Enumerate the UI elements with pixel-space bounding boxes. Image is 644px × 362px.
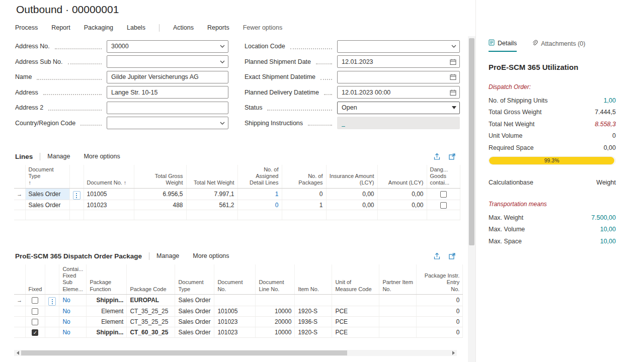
lines-manage-menu[interactable]: Manage — [47, 153, 70, 160]
menu-packaging[interactable]: Packaging — [84, 24, 113, 31]
empty-cell[interactable] — [84, 210, 134, 220]
cell-item-no[interactable]: 1920-S — [295, 327, 332, 338]
menu-actions[interactable]: Actions — [173, 24, 194, 31]
cell-document-type[interactable]: Sales Order — [175, 317, 214, 327]
cell-document-line-no[interactable]: 10000 — [256, 327, 295, 338]
tab-details[interactable]: Details — [489, 39, 517, 52]
horizontal-scroll-thumb[interactable] — [21, 350, 347, 355]
cell-total-gross-weight[interactable]: 488 — [134, 200, 186, 210]
vertical-scrollbar[interactable] — [468, 36, 475, 362]
cell-partner-item-no[interactable] — [379, 327, 417, 338]
dropdown-arrow-icon[interactable] — [452, 106, 456, 109]
cell-document-no[interactable]: 101023 — [84, 200, 134, 210]
chevron-down-icon[interactable] — [220, 60, 225, 63]
cell-insurance-amount[interactable]: 0,00 — [326, 188, 377, 200]
cell-document-type[interactable]: Sales Order — [175, 294, 214, 306]
fixed-checkbox[interactable] — [32, 297, 38, 304]
transportation-means-group-label[interactable]: Transportation means — [489, 201, 616, 208]
col-item-no[interactable]: Item No. — [295, 264, 332, 294]
cell-partner-item-no[interactable] — [379, 317, 417, 327]
col-total-gross-weight[interactable]: Total Gross Weight — [134, 165, 186, 188]
empty-cell[interactable] — [237, 210, 282, 220]
empty-cell[interactable] — [186, 210, 237, 220]
col-partner-item-no[interactable]: Partner Item No. — [379, 264, 417, 294]
package-more-options-menu[interactable]: More options — [193, 252, 229, 259]
cell-document-no[interactable]: 101005 — [84, 188, 134, 200]
package-manage-menu[interactable]: Manage — [156, 252, 179, 259]
empty-cell[interactable] — [25, 210, 69, 220]
cell-package-function[interactable]: Shippin... — [87, 327, 127, 338]
cell-unit-of-measure-code[interactable] — [332, 294, 379, 306]
empty-cell[interactable] — [377, 210, 427, 220]
cell-total-net-weight[interactable]: 561,2 — [186, 200, 237, 210]
cell-document-line-no[interactable]: 20000 — [256, 317, 295, 327]
row-menu-icon[interactable] — [48, 297, 56, 306]
share-icon[interactable] — [433, 252, 441, 260]
dangerous-goods-checkbox[interactable] — [440, 191, 447, 198]
share-icon[interactable] — [433, 153, 441, 160]
cell-document-no[interactable] — [214, 294, 256, 306]
dangerous-goods-checkbox[interactable] — [440, 202, 447, 209]
horizontal-scroll-track[interactable] — [21, 350, 450, 356]
col-package-instr-entry-no[interactable]: Package Instr. Entry No. — [417, 264, 463, 294]
chevron-down-icon[interactable] — [220, 122, 225, 125]
cell-unit-of-measure-code[interactable]: PCE — [332, 317, 379, 327]
cell-partner-item-no[interactable] — [379, 294, 417, 306]
cell-package-code[interactable]: CT_35_25_25 — [127, 306, 175, 317]
cell-assigned-detail-lines[interactable]: 0 — [237, 200, 282, 210]
col-document-no[interactable]: Document No. — [214, 264, 256, 294]
empty-cell[interactable] — [427, 210, 460, 220]
cell-item-no[interactable]: 1920-S — [295, 306, 332, 317]
chevron-down-icon[interactable] — [220, 45, 225, 48]
cell-insurance-amount[interactable]: 0,00 — [326, 200, 377, 210]
fact-value[interactable]: 1,00 — [604, 97, 616, 104]
cell-amount[interactable]: 0,00 — [377, 200, 427, 210]
cell-package-function[interactable]: Shippin... — [87, 294, 127, 306]
planned-shipment-date-input[interactable]: 12.01.2023 — [337, 55, 460, 68]
col-insurance-amount[interactable]: Insurance Amount (LCY) — [326, 165, 377, 188]
dispatch-order-group-label[interactable]: Dispatch Order: — [489, 83, 616, 90]
col-package-function[interactable]: Package Function — [87, 264, 127, 294]
cell-package-code[interactable]: CT_60_30_25 — [127, 327, 175, 338]
cell-package-function[interactable]: Element — [87, 306, 127, 317]
address-no-input[interactable]: 30000 — [107, 40, 228, 53]
cell-amount[interactable]: 0,00 — [377, 188, 427, 200]
cell-package-code[interactable]: EUROPAL — [127, 294, 175, 306]
cell-total-gross-weight[interactable]: 6.956,5 — [134, 188, 186, 200]
cell-container-fixed-sub-element[interactable]: No — [59, 317, 87, 327]
address-2-input[interactable] — [107, 102, 228, 114]
lines-section-title[interactable]: Lines — [15, 153, 33, 160]
country-region-code-input[interactable] — [107, 117, 228, 129]
cell-document-no[interactable]: 101005 — [214, 306, 256, 317]
address-input[interactable]: Lange Str. 10-15 — [107, 86, 228, 99]
menu-labels[interactable]: Labels — [127, 24, 145, 31]
cell-container-fixed-sub-element[interactable]: No — [59, 327, 87, 338]
cell-assigned-detail-lines[interactable]: 1 — [237, 188, 282, 200]
cell-document-type[interactable]: Sales Order — [175, 306, 214, 317]
empty-cell[interactable] — [134, 210, 186, 220]
cell-package-function[interactable]: Element — [87, 317, 127, 327]
horizontal-scrollbar[interactable] — [14, 350, 457, 356]
cell-container-fixed-sub-element[interactable]: No — [59, 294, 87, 306]
cell-unit-of-measure-code[interactable]: PCE — [332, 306, 379, 317]
cell-no-of-packages[interactable]: 1 — [282, 200, 326, 210]
cell-container-fixed-sub-element[interactable]: No — [59, 306, 87, 317]
exact-shipment-datetime-input[interactable] — [337, 71, 460, 83]
cell-document-line-no[interactable] — [256, 294, 295, 306]
col-container-fixed-sub-element[interactable]: Contai... Fixed Sub Eleme... — [59, 264, 87, 294]
location-code-input[interactable] — [337, 40, 460, 53]
vertical-scroll-thumb[interactable] — [469, 38, 474, 245]
cell-document-type[interactable]: Sales Order — [25, 188, 69, 200]
col-document-type[interactable]: Document Type ↑ — [25, 165, 69, 188]
col-amount[interactable]: Amount (LCY) — [377, 165, 427, 188]
menu-report[interactable]: Report — [51, 24, 70, 31]
cell-partner-item-no[interactable] — [379, 306, 417, 317]
shipping-instructions-field[interactable]: _ — [337, 117, 460, 129]
open-in-new-icon[interactable] — [448, 252, 456, 260]
cell-no-of-packages[interactable]: 0 — [282, 188, 326, 200]
col-document-line-no[interactable]: Document Line No. — [256, 264, 295, 294]
scroll-left-button[interactable] — [14, 350, 21, 356]
cell-document-no[interactable]: 101023 — [214, 327, 256, 338]
name-input[interactable]: Gilde Jupiter Versicherungs AG — [107, 71, 228, 83]
col-no-of-packages[interactable]: No. of Packages — [282, 165, 326, 188]
